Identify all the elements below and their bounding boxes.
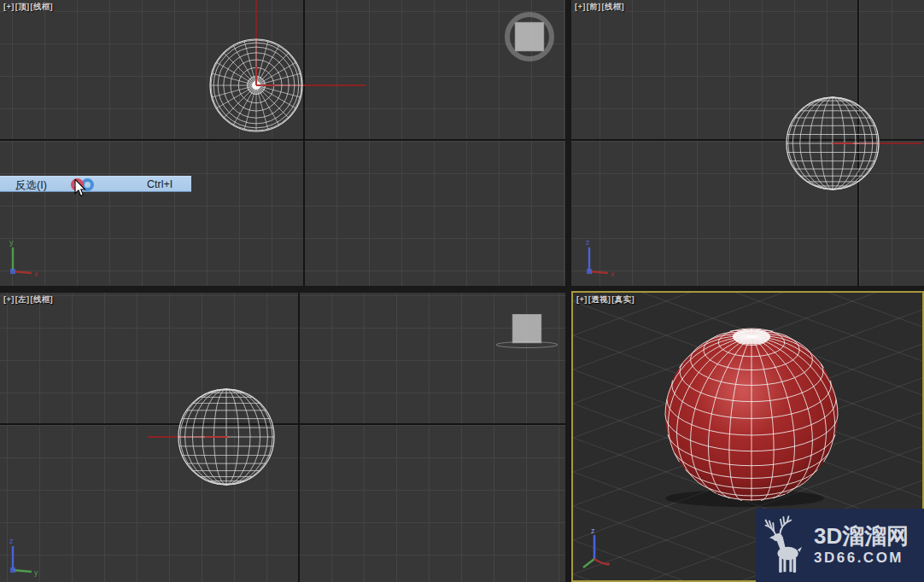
viewport-maximize-toggle[interactable]: [+] [575,2,586,11]
menu-item-shortcut: Ctrl+I [147,178,173,190]
viewport-maximize-toggle[interactable]: [+] [3,294,15,304]
deer-icon [763,514,808,577]
viewport-shading-menu[interactable]: [线框] [31,294,54,304]
viewport-maximize-toggle[interactable]: [+] [576,294,588,304]
svg-text:z: z [9,537,14,545]
viewport-shading-menu[interactable]: [线框] [31,2,54,11]
viewport-front[interactable]: zx [+][前][线框] [571,0,924,286]
svg-text:x: x [611,270,615,278]
viewport-name-menu[interactable]: [左] [15,294,30,304]
viewcube-compass-ring[interactable] [507,15,552,59]
svg-text:z: z [586,238,590,247]
svg-text:y: y [34,568,38,577]
viewport-name-menu[interactable]: [前] [587,2,601,11]
grid-major-vertical [857,0,859,286]
viewcube-compass-ring[interactable] [496,342,558,348]
viewcube[interactable] [493,314,561,360]
svg-text:x: x [34,270,38,278]
viewcube[interactable] [500,7,559,70]
viewcube-face[interactable] [515,22,544,51]
viewport-name-menu[interactable]: [透视] [588,294,611,304]
viewport-label: [+][前][线框] [575,2,625,13]
sphere-object-front-view[interactable] [571,0,924,286]
axis-tripod: zx [580,237,621,286]
viewport-label: [+][透视][真实] [576,294,635,306]
watermark-site-name: 3D溜溜网 [814,525,909,548]
svg-text:y: y [9,238,14,247]
watermark-domain: 3D66.COM [814,550,909,566]
axis-tripod: z [580,525,629,579]
viewport-label: [+][顶][线框] [3,2,54,13]
grid-major-horizontal [571,139,924,141]
grid-major-horizontal [0,139,565,141]
viewport-canvas: yx [+][顶][线框] zx [+][前][线框] zy [+][左][线框… [0,0,924,582]
axis-tripod: yx [3,237,44,286]
viewport-label: [+][左][线框] [3,294,54,306]
sphere-object-top-view[interactable] [0,0,565,286]
menu-item-label: 反选(I) [15,178,47,193]
grid-major-horizontal [0,423,565,425]
viewcube-face[interactable] [512,314,541,343]
viewport-name-menu[interactable]: [顶] [15,2,30,11]
context-menu-item-invert-selection[interactable]: 反选(I) Ctrl+I [0,176,191,192]
grid-major-vertical [303,0,305,286]
viewport-shading-menu[interactable]: [线框] [602,2,625,11]
viewport-maximize-toggle[interactable]: [+] [3,2,15,11]
viewport-top[interactable]: yx [+][顶][线框] [0,0,565,286]
viewport-shading-menu[interactable]: [真实] [611,294,635,304]
viewport-left[interactable]: zy [+][左][线框] [0,293,565,582]
axis-tripod: zy [3,536,44,582]
grid-major-vertical [298,293,300,582]
mouse-cursor [74,179,88,197]
watermark: 3D溜溜网 3D66.COM [756,509,924,582]
svg-text:z: z [591,527,595,535]
sphere-object-left-view[interactable] [0,293,565,582]
